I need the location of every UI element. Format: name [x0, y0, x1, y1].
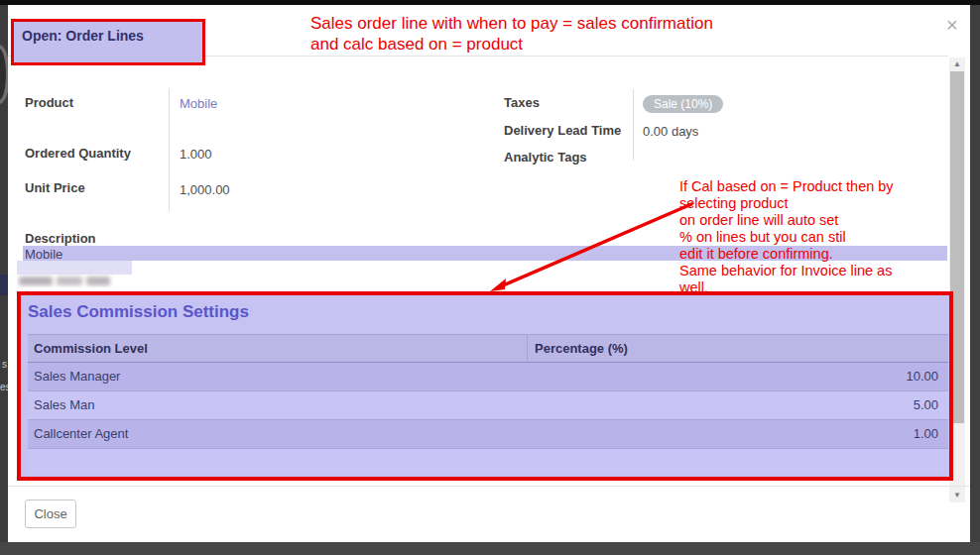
commission-level-header[interactable]: Commission Level	[34, 335, 148, 363]
ordered-quantity-label: Ordered Quantity	[25, 146, 131, 161]
annotation-top: Sales order line with when to pay = sale…	[310, 13, 713, 55]
percentage-header[interactable]: Percentage (%)	[535, 335, 628, 363]
taxes-label: Taxes	[504, 95, 540, 110]
annotation-side-line1: If Cal based on = Product then by	[679, 178, 967, 195]
tax-pill[interactable]: Sale (10%)	[643, 95, 723, 113]
percentage-cell: 5.00	[914, 391, 938, 419]
commission-table-header-row: Commission Level Percentage (%)	[28, 334, 948, 363]
annotation-top-line2: and calc based on = product	[310, 34, 713, 55]
backdrop-left: s es	[0, 5, 8, 555]
right-fields-separator	[633, 89, 634, 161]
commission-level-cell: Callcenter Agent	[34, 420, 128, 448]
unit-price-label: Unit Price	[25, 180, 85, 195]
annotation-side-line4: % on lines but you can stil	[679, 229, 967, 246]
commission-level-cell: Sales Man	[34, 391, 94, 419]
annotation-side-line2: selecting product	[679, 195, 967, 212]
background-navy-fragment	[0, 275, 8, 295]
product-label: Product	[25, 95, 73, 110]
description-label: Description	[25, 231, 96, 246]
analytic-tags-label: Analytic Tags	[504, 150, 587, 165]
backdrop-bottom: Taxes : $10	[0, 542, 980, 555]
product-value-link[interactable]: Mobile	[180, 96, 217, 111]
percentage-cell: 1.00	[914, 420, 938, 448]
backdrop-right	[970, 5, 980, 542]
description-redacted-text	[17, 275, 113, 287]
commission-annotation-box: Sales Commission Settings Commission Lev…	[17, 291, 953, 481]
background-logo-fragment	[0, 45, 8, 104]
scroll-up-icon[interactable]: ▲	[949, 57, 965, 71]
percentage-cell: 10.00	[906, 363, 938, 390]
close-icon[interactable]: ×	[946, 15, 958, 35]
scroll-down-icon[interactable]: ▼	[949, 489, 965, 502]
commission-table: Commission Level Percentage (%) Sales Ma…	[28, 334, 948, 474]
annotation-side-line3: on order line will auto set	[679, 212, 967, 229]
annotation-side: If Cal based on = Product then by select…	[679, 178, 967, 296]
description-value: Mobile	[25, 247, 62, 262]
annotation-top-line1: Sales order line with when to pay = sale…	[310, 13, 713, 34]
ordered-quantity-value: 1.000	[180, 147, 212, 162]
description-highlight-row2	[17, 261, 132, 275]
table-row[interactable]: Sales Manager 10.00	[28, 363, 948, 391]
annotation-side-line5: edit it before confirming.	[679, 246, 967, 263]
commission-table-empty-row	[28, 449, 948, 474]
background-text-fragment: es	[0, 382, 8, 392]
background-text-fragment: s	[2, 359, 7, 370]
screen: s es Taxes : $10 Open: Order Lines × Sal…	[0, 0, 980, 555]
unit-price-value: 1,000.00	[180, 182, 230, 197]
table-row[interactable]: Sales Man 5.00	[28, 391, 948, 420]
close-button[interactable]: Close	[25, 500, 76, 528]
commission-section-title: Sales Commission Settings	[28, 302, 249, 322]
left-fields-separator	[169, 88, 170, 211]
delivery-lead-time-label: Delivery Lead Time	[504, 123, 621, 138]
delivery-lead-time-value: 0.00 days	[643, 124, 698, 139]
table-row[interactable]: Callcenter Agent 1.00	[28, 420, 948, 449]
modal-title: Open: Order Lines	[22, 28, 144, 44]
modal-footer-divider	[8, 486, 970, 487]
annotation-side-line7: well.	[679, 279, 967, 296]
commission-level-cell: Sales Manager	[34, 363, 120, 390]
commission-header-divider	[527, 335, 528, 363]
annotation-side-line6: Same behavior for Invoice line as	[679, 263, 967, 279]
